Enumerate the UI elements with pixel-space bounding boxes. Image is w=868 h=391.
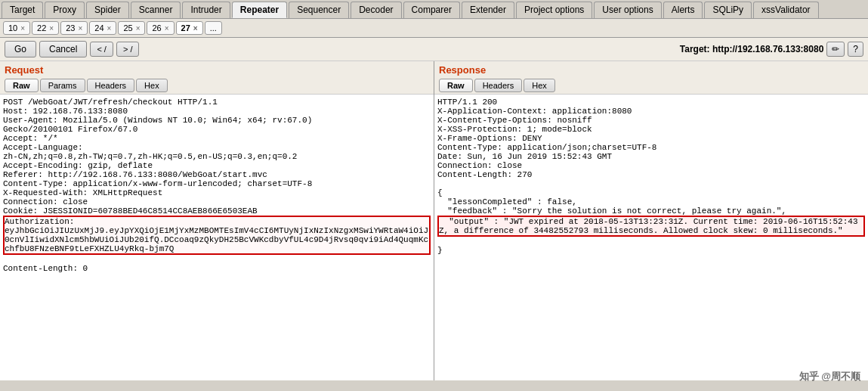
go-button[interactable]: Go: [5, 41, 36, 57]
nav-tab-sequencer[interactable]: Sequencer: [289, 2, 349, 18]
nav-tab-target[interactable]: Target: [2, 2, 43, 18]
num-tab-23[interactable]: 23 ×: [60, 21, 88, 35]
nav-tab-proxy[interactable]: Proxy: [45, 2, 85, 18]
request-tab-hex[interactable]: Hex: [136, 79, 168, 92]
auth-highlighted-block: Authorization: eyJhbGciOiJIUzUxMjJ9.eyJp…: [3, 216, 431, 255]
toolbar: Go Cancel < / > / Target: http://192.168…: [0, 38, 868, 61]
request-title: Request: [0, 61, 434, 77]
help-icon-button[interactable]: ?: [848, 42, 863, 57]
more-tabs-button[interactable]: ...: [205, 21, 222, 35]
response-tab-hex[interactable]: Hex: [524, 79, 555, 92]
num-tab-26[interactable]: 26 ×: [147, 21, 174, 35]
nav-tabs: TargetProxySpiderScannerIntruderRepeater…: [0, 0, 868, 19]
num-tab-24[interactable]: 24 ×: [89, 21, 116, 35]
response-tab-raw[interactable]: Raw: [439, 79, 473, 92]
watermark: 知乎 @周不顺: [799, 370, 860, 383]
request-content[interactable]: POST /WebGoat/JWT/refresh/checkout HTTP/…: [0, 95, 434, 380]
nav-tab-sqlipy[interactable]: SQLiPy: [704, 2, 752, 18]
request-panel: Request RawParamsHeadersHex POST /WebGoa…: [0, 61, 434, 380]
request-text-after-auth: Content-Length: 0: [3, 264, 88, 273]
num-tab-27[interactable]: 27 ×: [176, 21, 203, 35]
main-content: Request RawParamsHeadersHex POST /WebGoa…: [0, 61, 868, 380]
nav-tab-repeater[interactable]: Repeater: [232, 2, 287, 18]
nav-tab-scanner[interactable]: Scanner: [131, 2, 181, 18]
num-tab-25[interactable]: 25 ×: [118, 21, 145, 35]
request-text-before-auth: POST /WebGoat/JWT/refresh/checkout HTTP/…: [3, 98, 312, 216]
response-tab-headers[interactable]: Headers: [474, 79, 523, 92]
target-label: Target: http://192.168.76.133:8080: [680, 44, 824, 54]
nav-tab-intruder[interactable]: Intruder: [182, 2, 230, 18]
request-tab-headers[interactable]: Headers: [87, 79, 135, 92]
response-content[interactable]: HTTP/1.1 200 X-Application-Context: appl…: [434, 95, 868, 380]
num-tabs: 10 ×22 ×23 ×24 ×25 ×26 ×27 ×...: [0, 19, 868, 38]
response-text-before-highlight: HTTP/1.1 200 X-Application-Context: appl…: [437, 98, 786, 216]
response-panel: Response RawHeadersHex HTTP/1.1 200 X-Ap…: [434, 61, 868, 380]
nav-tab-project-options[interactable]: Project options: [516, 2, 592, 18]
nav-tab-user-options[interactable]: User options: [594, 2, 661, 18]
nav-tab-alerts[interactable]: Alerts: [663, 2, 703, 18]
nav-tab-comparer[interactable]: Comparer: [403, 2, 460, 18]
nav-back-button[interactable]: < /: [90, 42, 113, 57]
response-tabs: RawHeadersHex: [434, 77, 868, 95]
nav-tab-decoder[interactable]: Decoder: [351, 2, 401, 18]
response-text-after-highlight: }: [437, 246, 443, 255]
nav-fwd-button[interactable]: > /: [116, 42, 140, 57]
num-tab-22[interactable]: 22 ×: [32, 21, 59, 35]
response-output-highlighted: "output" : "JWT expired at 2018-05-13T13…: [437, 216, 865, 237]
nav-tab-xssvalidator[interactable]: xssValidator: [753, 2, 818, 18]
response-title: Response: [434, 61, 868, 77]
nav-tab-spider[interactable]: Spider: [86, 2, 129, 18]
cancel-button[interactable]: Cancel: [39, 41, 87, 57]
nav-tab-extender[interactable]: Extender: [462, 2, 514, 18]
request-tab-raw[interactable]: Raw: [5, 79, 39, 92]
request-tabs: RawParamsHeadersHex: [0, 77, 434, 95]
request-tab-params[interactable]: Params: [40, 79, 85, 92]
num-tab-10[interactable]: 10 ×: [3, 21, 30, 35]
pencil-icon-button[interactable]: ✏: [826, 42, 845, 57]
